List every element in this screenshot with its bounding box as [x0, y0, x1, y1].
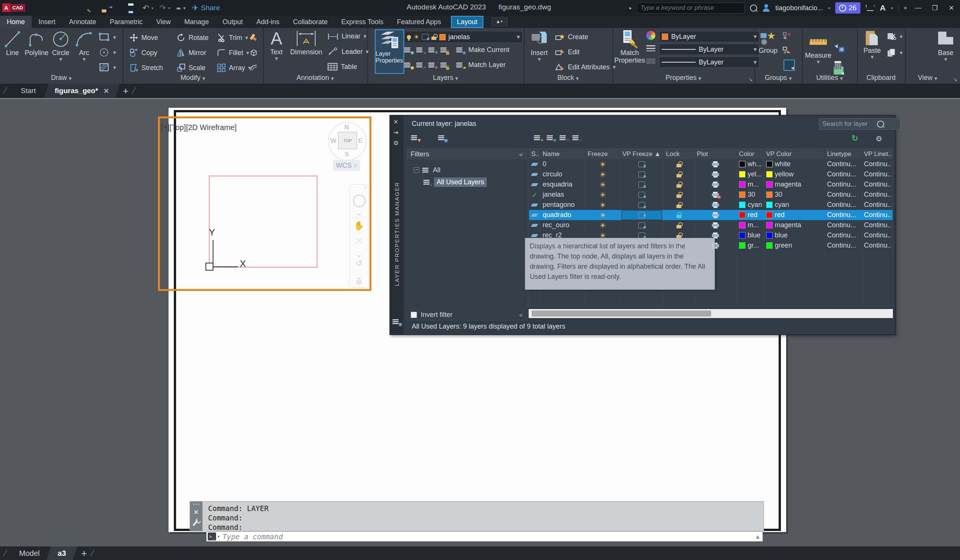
- orbit-icon[interactable]: ↺: [353, 258, 365, 268]
- table-row-rec_ouro[interactable]: rec_ouro☀m...magentaContinu...Continu..: [529, 220, 893, 230]
- overflow-icon[interactable]: »: [904, 5, 907, 11]
- lock-icon[interactable]: [664, 169, 694, 179]
- layer-cell[interactable]: Continu..: [862, 169, 893, 179]
- panel-label-groups[interactable]: Groups ▼: [755, 74, 802, 83]
- invert-filter-checkbox[interactable]: [411, 312, 417, 318]
- panel-label-clipboard[interactable]: Clipboard: [857, 74, 905, 83]
- cart-icon[interactable]: [866, 5, 875, 11]
- command-expand-icon[interactable]: ▲: [756, 534, 759, 539]
- panel-label-layers[interactable]: Layers ▼: [367, 74, 524, 83]
- redo-icon[interactable]: ↷: [160, 4, 166, 12]
- refresh-icon[interactable]: ↻: [851, 133, 858, 143]
- table-row-0[interactable]: 0☀wh...whiteContinu...Continu..: [529, 159, 893, 169]
- panel-label-view[interactable]: View ▼: [905, 74, 950, 83]
- copy-button[interactable]: Copy: [129, 48, 157, 57]
- trim-button[interactable]: Trim▼: [217, 33, 248, 42]
- linear-dimension-tool[interactable]: Linear▼: [327, 32, 366, 40]
- ribbon-tab-insert[interactable]: Insert: [32, 16, 62, 28]
- layer-cell[interactable]: esquadria: [540, 179, 586, 190]
- share-button[interactable]: ✈Share: [192, 3, 220, 13]
- ribbon-tab-express-tools[interactable]: Express Tools: [334, 16, 390, 28]
- ribbon-tab-parametric[interactable]: Parametric: [103, 16, 149, 28]
- color-dropdown-arrow-icon[interactable]: ▼: [754, 34, 757, 39]
- new-layer-icon[interactable]: ✶: [534, 135, 541, 141]
- plot-icon[interactable]: [694, 179, 737, 190]
- freeze-sun-icon[interactable]: ☀: [586, 210, 620, 220]
- layer-cell[interactable]: [529, 169, 540, 179]
- tree-collapse-icon[interactable]: −: [414, 168, 419, 173]
- copy-clip-button[interactable]: ▼: [887, 48, 903, 57]
- measure-button[interactable]: Measure▼: [806, 32, 831, 64]
- ribbon-display-toggle[interactable]: ▲ ▾: [492, 18, 507, 26]
- trim-dropdown-icon[interactable]: ▼: [245, 36, 248, 40]
- navbar-close-icon[interactable]: ✕: [364, 185, 367, 190]
- match-layer-label[interactable]: Match Layer: [468, 61, 506, 69]
- move-button[interactable]: Move: [129, 33, 158, 42]
- line-button[interactable]: Line: [2, 30, 23, 56]
- panel-label-draw[interactable]: Draw ▼: [0, 74, 123, 83]
- view-dialog-launcher-icon[interactable]: ↘: [953, 77, 957, 82]
- undo-icon[interactable]: ↶: [142, 4, 149, 12]
- layer-cell[interactable]: Continu...: [825, 241, 862, 250]
- horizontal-scrollbar[interactable]: [529, 309, 893, 318]
- color-swatch[interactable]: wh...: [737, 159, 764, 169]
- layer-cell[interactable]: Continu...: [825, 159, 862, 169]
- layer-cell[interactable]: Continu..: [862, 159, 893, 169]
- plot-icon[interactable]: [694, 210, 737, 220]
- apps-dropdown-icon[interactable]: ▾: [891, 6, 893, 10]
- navbar-more-icon[interactable]: ≡: [353, 278, 365, 287]
- layer-cell[interactable]: Continu...: [825, 220, 862, 230]
- ribbon-tab-layout[interactable]: Layout: [451, 16, 483, 28]
- copy-clip-dropdown-icon[interactable]: ▼: [900, 51, 903, 55]
- ribbon-tab-output[interactable]: Output: [216, 16, 250, 28]
- column-header-name[interactable]: Name: [540, 149, 586, 159]
- vp-color-swatch[interactable]: yellow: [764, 169, 825, 179]
- column-header-color[interactable]: Color: [737, 149, 764, 159]
- layer-cell[interactable]: Continu..: [862, 220, 893, 230]
- filter-tree-all[interactable]: − All: [414, 166, 440, 174]
- command-window-grip[interactable]: ✕: [190, 502, 203, 531]
- palette-gear-icon[interactable]: ⚙: [875, 134, 882, 143]
- color-swatch[interactable]: m...: [737, 220, 764, 230]
- color-swatch[interactable]: gr...: [737, 241, 764, 250]
- layer-cell[interactable]: janelas: [540, 190, 586, 200]
- polyline-button[interactable]: Polyline: [25, 30, 48, 56]
- layer-cell[interactable]: quadrado: [540, 210, 586, 220]
- plot-icon[interactable]: [127, 3, 136, 13]
- linetype-dropdown[interactable]: ByLayer ▼: [659, 56, 759, 68]
- layer-cell[interactable]: Continu..: [862, 241, 893, 250]
- table-row-quadrado[interactable]: quadrado☀redredContinu...Continu..: [529, 210, 893, 220]
- rotate-button[interactable]: Rotate: [176, 33, 208, 42]
- viewcube-north[interactable]: N: [344, 124, 349, 131]
- navwheel-icon[interactable]: [353, 195, 366, 207]
- layer-cell[interactable]: Continu..: [862, 230, 893, 241]
- vp-color-swatch[interactable]: 30: [764, 190, 825, 200]
- command-prompt-icon[interactable]: >_: [208, 533, 216, 541]
- open-file-icon[interactable]: [48, 3, 57, 13]
- table-row-circulo[interactable]: circulo☀yel...yellowContinu...Continu..: [529, 169, 893, 179]
- new-file-icon[interactable]: [32, 3, 42, 13]
- color-swatch[interactable]: cyan: [737, 200, 764, 210]
- lock-icon[interactable]: [664, 200, 694, 210]
- scrollbar-thumb[interactable]: [532, 311, 711, 317]
- offset-button[interactable]: [250, 63, 258, 72]
- scale-button[interactable]: Scale: [176, 63, 205, 72]
- column-header-vp-linet-[interactable]: VP Linet..: [862, 149, 893, 159]
- user-name[interactable]: tiagobonifacio...: [775, 4, 823, 12]
- vp-freeze-icon[interactable]: [620, 179, 664, 190]
- layer-unlock-icon[interactable]: 🔓: [440, 62, 448, 68]
- customize-quick-access-icon[interactable]: ▬ ▾: [176, 5, 186, 11]
- layer-cell[interactable]: 0: [540, 159, 586, 169]
- viewcube-south[interactable]: S: [345, 151, 349, 158]
- plot-icon[interactable]: [694, 190, 737, 200]
- ribbon-tab-view[interactable]: View: [149, 16, 178, 28]
- layer-color-swatch[interactable]: [439, 34, 446, 40]
- text-dropdown-icon[interactable]: ▼: [275, 56, 278, 61]
- stretch-button[interactable]: Stretch: [129, 63, 163, 72]
- table-row-pentagono[interactable]: pentagono☀cyancyanContinu...Continu..: [529, 200, 893, 210]
- layer-search-icon[interactable]: [877, 121, 884, 128]
- make-current-icon[interactable]: ◉: [456, 47, 464, 53]
- object-color-dropdown[interactable]: ByLayer ▼: [659, 31, 759, 42]
- help-search-input[interactable]: [637, 3, 745, 14]
- panel-label-utilities[interactable]: Utilities ▼: [802, 74, 857, 83]
